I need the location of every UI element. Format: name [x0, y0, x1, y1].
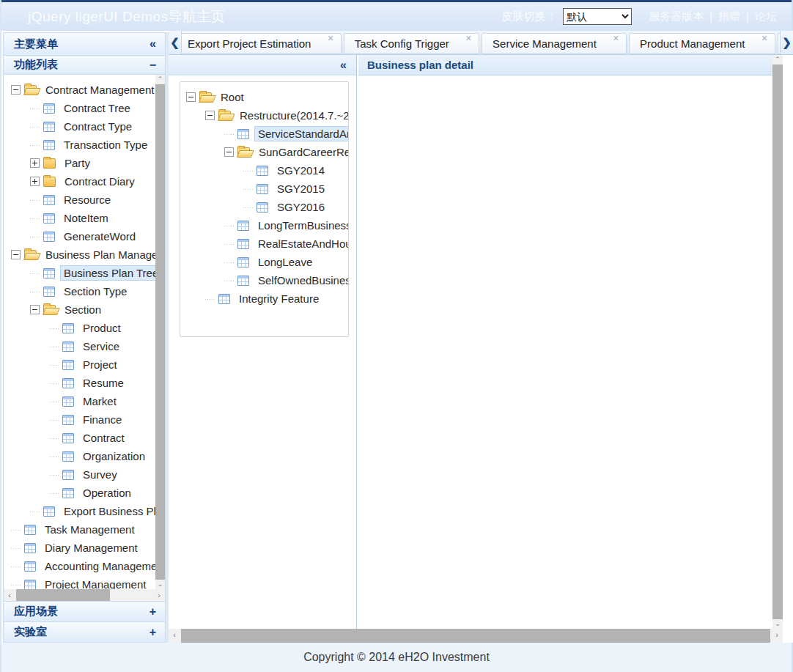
tree-node-label: Integrity Feature: [235, 291, 322, 306]
tab-close-icon[interactable]: ✕: [465, 34, 472, 43]
tree-node[interactable]: Task Management: [11, 520, 155, 539]
scroll-up-icon[interactable]: ⌃: [155, 75, 165, 84]
tab[interactable]: Export Project Estimation✕: [182, 33, 342, 54]
tree-node[interactable]: Restructure(2014.7.~20: [186, 106, 349, 125]
accordion-header-lab[interactable]: 实验室 +: [4, 621, 165, 642]
tab[interactable]: Product Management✕: [629, 33, 775, 54]
collapse-icon[interactable]: [11, 85, 21, 95]
scroll-down-icon[interactable]: ⌄: [155, 580, 165, 589]
tree-node[interactable]: SGY2014: [186, 161, 349, 180]
tree-node[interactable]: Resume: [11, 374, 155, 392]
tab-close-icon[interactable]: ✕: [761, 34, 767, 43]
expand-icon[interactable]: [30, 158, 40, 168]
tree-node[interactable]: Contract Tree: [11, 99, 155, 117]
tree-node[interactable]: Party: [11, 154, 155, 172]
tree-connector: [49, 341, 59, 351]
tree-node[interactable]: SGY2015: [186, 180, 349, 198]
tree-node[interactable]: Root: [186, 88, 349, 106]
collapse-minus-icon[interactable]: −: [150, 59, 156, 72]
tab-scroll-left-icon[interactable]: ❮: [169, 31, 182, 54]
tree-connector: [224, 129, 234, 139]
accordion-header-function-list[interactable]: 功能列表 −: [4, 56, 165, 75]
tree-node[interactable]: Integrity Feature: [186, 289, 349, 308]
tree-node[interactable]: Service: [11, 337, 155, 355]
tree-node[interactable]: Section Type: [11, 282, 155, 300]
table-icon: [237, 221, 249, 231]
accordion-header-app-scenes[interactable]: 应用场景 +: [4, 601, 165, 621]
tab-close-icon[interactable]: ✕: [613, 34, 619, 43]
sidebar-horizontal-scrollbar[interactable]: ‹ ›: [4, 589, 165, 601]
tree-node[interactable]: Finance: [11, 410, 155, 429]
tree-node[interactable]: Section: [11, 300, 155, 319]
tree-node-label: Section Type: [60, 284, 130, 299]
tree-node[interactable]: NoteItem: [11, 209, 155, 227]
tree-node[interactable]: ServiceStandardAn: [186, 125, 349, 143]
tree-node[interactable]: Project: [11, 355, 155, 374]
tree-node[interactable]: SelfOwnedBusiness: [186, 271, 349, 289]
scrollbar-thumb[interactable]: [181, 629, 770, 643]
scrollbar-thumb[interactable]: [772, 64, 783, 619]
tree-node[interactable]: Business Plan Tree: [11, 264, 155, 282]
scroll-up-icon[interactable]: ⌃: [772, 55, 783, 64]
expand-icon[interactable]: [30, 177, 40, 186]
scrollbar-thumb[interactable]: [155, 84, 165, 580]
collapse-icon[interactable]: [186, 92, 196, 102]
tree-node-label: SGY2015: [273, 181, 328, 196]
scroll-left-icon[interactable]: ‹: [169, 629, 180, 643]
tab-close-icon[interactable]: ✕: [327, 34, 333, 43]
sidebar-vertical-scrollbar[interactable]: ⌃ ⌄: [155, 75, 165, 589]
tree-node[interactable]: SunGardCareerRest: [186, 143, 349, 161]
link-server-version[interactable]: 服务器版本: [649, 10, 704, 23]
scrollbar-thumb[interactable]: [16, 589, 110, 601]
main-vertical-scrollbar[interactable]: ⌃ ⌄: [772, 55, 783, 629]
tree-node[interactable]: RealEstateAndHous: [186, 235, 349, 253]
collapse-icon[interactable]: [224, 147, 234, 157]
sidebar-title-bar[interactable]: 主要菜单 «: [4, 33, 165, 56]
tree-node[interactable]: Operation: [11, 484, 155, 502]
tree-node[interactable]: Contract Diary: [11, 172, 155, 191]
skin-select[interactable]: 默认: [563, 8, 632, 25]
scroll-right-icon[interactable]: ›: [771, 629, 783, 643]
tree-node[interactable]: Contract Type: [11, 117, 155, 136]
expand-plus-icon[interactable]: +: [150, 605, 156, 619]
collapse-icon[interactable]: [11, 250, 21, 259]
tree-node[interactable]: Contract Management: [11, 81, 155, 99]
link-donate[interactable]: 捐赠: [718, 10, 740, 23]
tab-scroll-right-icon[interactable]: ❯: [780, 31, 793, 54]
tree-connector: [30, 268, 40, 278]
panel-collapse-icon[interactable]: «: [340, 59, 347, 72]
tree-node-label: Market: [79, 394, 120, 409]
detail-panel: Business plan detail: [358, 55, 772, 629]
tree-node[interactable]: Accounting Management: [11, 557, 155, 575]
main-horizontal-scrollbar[interactable]: ‹ ›: [169, 629, 783, 643]
tree-node[interactable]: Market: [11, 392, 155, 410]
tree-node[interactable]: Project Management: [11, 575, 155, 589]
tree-node[interactable]: Organization: [11, 447, 155, 465]
tree-node[interactable]: Export Business Plan: [11, 502, 155, 520]
sidebar-collapse-icon[interactable]: «: [150, 37, 156, 51]
collapse-icon[interactable]: [30, 305, 40, 314]
scroll-right-icon[interactable]: ›: [153, 589, 165, 601]
tree-node[interactable]: Survey: [11, 465, 155, 484]
tree-node[interactable]: SGY2016: [186, 198, 349, 216]
tree-node[interactable]: Product: [11, 319, 155, 337]
tab[interactable]: Task Config Trigger✕: [344, 33, 479, 54]
link-forum[interactable]: 论坛: [755, 10, 777, 23]
tree-node[interactable]: Transaction Type: [11, 136, 155, 154]
tree-node[interactable]: Resource: [11, 191, 155, 209]
tree-connector: [30, 195, 40, 204]
tree-node[interactable]: Diary Management: [11, 539, 155, 557]
expand-plus-icon[interactable]: +: [150, 626, 156, 639]
tree-node-label: SunGardCareerRest: [255, 144, 349, 160]
collapse-icon[interactable]: [205, 111, 215, 120]
tree-node[interactable]: Business Plan Management: [11, 245, 155, 264]
tree-node[interactable]: Contract: [11, 429, 155, 447]
tree-node-label: SGY2016: [273, 199, 328, 215]
scroll-down-icon[interactable]: ⌄: [772, 619, 783, 629]
tree-node[interactable]: GenerateWord: [11, 227, 155, 245]
tab[interactable]: Service Management✕: [482, 33, 627, 54]
tree-node[interactable]: LongLeave: [186, 253, 349, 271]
copyright-text: Copyright © 2014 eH2O Investment: [303, 651, 490, 663]
tree-node[interactable]: LongTermBusinessD: [186, 216, 349, 235]
scroll-left-icon[interactable]: ‹: [4, 589, 15, 601]
